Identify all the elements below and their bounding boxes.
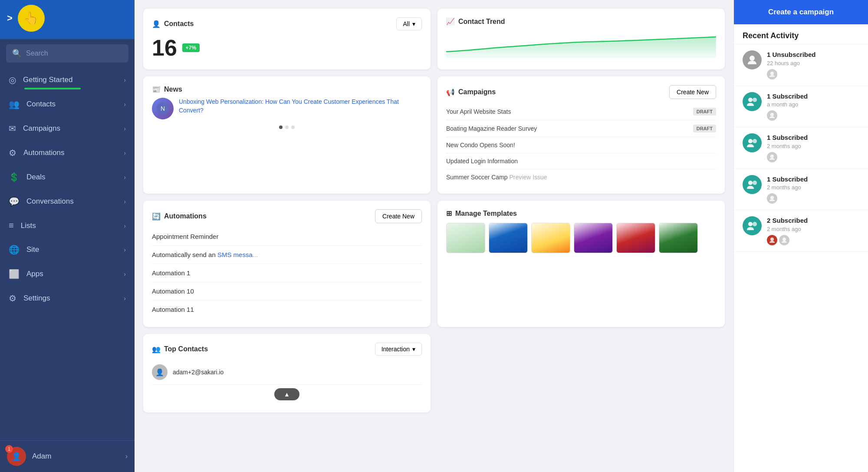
- campaigns-create-new-button[interactable]: Create New: [669, 85, 716, 99]
- sidebar-item-deals[interactable]: 💲 Deals ›: [0, 165, 135, 189]
- news-dots: [152, 125, 422, 129]
- sidebar-nav: ◎ Getting Started › 👥 Contacts › ✉ Campa…: [0, 68, 135, 440]
- template-thumb-1[interactable]: [446, 223, 485, 253]
- dropdown-arrow-icon: ▾: [412, 20, 415, 27]
- campaigns-card: 📢 Campaigns Create New Your April Websit…: [437, 76, 725, 194]
- activity-item-4: 1 Subscribed 2 months ago: [734, 169, 868, 211]
- mini-avatar: [767, 110, 777, 121]
- contacts-card-title: 👤 Contacts: [152, 20, 194, 28]
- search-bar[interactable]: 🔍: [6, 44, 128, 63]
- chevron-icon: ›: [124, 295, 126, 302]
- campaign-item-4[interactable]: Updated Login Information: [446, 153, 716, 169]
- news-card: 📰 News N Unboxing Web Personalization: H…: [143, 76, 431, 194]
- activity-title-3: 1 Subscribed: [767, 133, 859, 142]
- top-contacts-card-header: 👥 Top Contacts Interaction ▾: [152, 343, 422, 356]
- svg-point-13: [748, 222, 753, 226]
- template-thumb-6[interactable]: [659, 223, 698, 253]
- main-content: 👤 Contacts All ▾ 16 +7% 📈 Contact Trend: [135, 0, 733, 472]
- contact-item-1[interactable]: 👤 adam+2@sakari.io: [152, 360, 422, 385]
- top-contacts-card-title: 👥 Top Contacts: [152, 345, 208, 353]
- news-dot-3[interactable]: [291, 125, 295, 129]
- activity-users-3: [767, 152, 859, 162]
- sidebar-item-settings[interactable]: ⚙ Settings ›: [0, 286, 135, 310]
- sidebar-logo[interactable]: 👆: [18, 5, 45, 32]
- templates-title-icon: ⊞: [446, 209, 452, 218]
- contacts-filter-dropdown[interactable]: All ▾: [396, 17, 422, 30]
- contacts-card-header: 👤 Contacts All ▾: [152, 17, 422, 30]
- sidebar-item-label: Site: [26, 245, 117, 254]
- templates-card-title: ⊞ Manage Templates: [446, 209, 517, 218]
- trend-card: 📈 Contact Trend: [437, 9, 725, 69]
- sidebar-item-site[interactable]: 🌐 Site ›: [0, 238, 135, 262]
- automation-item-1[interactable]: Appointment Reminder: [152, 228, 422, 246]
- campaigns-card-title: 📢 Campaigns: [446, 88, 496, 96]
- create-campaign-button[interactable]: Create a campaign: [734, 0, 868, 24]
- contacts-title-icon: 👤: [152, 20, 161, 28]
- sidebar-item-label: Automations: [23, 149, 117, 157]
- template-thumb-3[interactable]: [531, 223, 570, 253]
- svg-point-16: [783, 238, 786, 241]
- chevron-icon: ›: [124, 246, 126, 253]
- activity-users-2: [767, 110, 859, 121]
- automations-create-new-button[interactable]: Create New: [375, 209, 422, 223]
- sidebar-footer[interactable]: 👤 1 Adam ›: [0, 440, 135, 472]
- activity-users-5: [767, 235, 859, 245]
- svg-point-2: [750, 56, 755, 61]
- activity-title-4: 1 Subscribed: [767, 175, 859, 184]
- apps-icon: ⬜: [9, 269, 20, 279]
- automations-card: 🔄 Automations Create New Appointment Rem…: [143, 201, 431, 327]
- campaign-item-2[interactable]: Boating Magazine Reader Survey DRAFT: [446, 120, 716, 137]
- contact-email: adam+2@sakari.io: [173, 369, 224, 376]
- sidebar-item-apps[interactable]: ⬜ Apps ›: [0, 262, 135, 286]
- chevron-icon: ›: [124, 271, 126, 277]
- news-article-link[interactable]: Unboxing Web Personalization: How Can Yo…: [179, 98, 422, 119]
- chevron-icon: ›: [124, 101, 126, 108]
- news-dot-1[interactable]: [279, 125, 283, 129]
- activity-content-2: 1 Subscribed a month ago: [767, 92, 859, 121]
- sidebar-item-label: Deals: [26, 173, 117, 182]
- right-panel: Create a campaign Recent Activity 1 Unsu…: [733, 0, 868, 472]
- activity-time-4: 2 months ago: [767, 184, 859, 191]
- notification-badge: 1: [5, 445, 13, 453]
- sidebar-item-campaigns[interactable]: ✉ Campaigns ›: [0, 116, 135, 141]
- trend-card-header: 📈 Contact Trend: [446, 17, 716, 26]
- automation-item-5[interactable]: Automation 11: [152, 300, 422, 318]
- campaign-label: Updated Login Information: [446, 158, 518, 165]
- dropdown-arrow-icon: ▾: [412, 346, 415, 353]
- automation-item-2[interactable]: Automatically send an SMS messa...: [152, 246, 422, 264]
- templates-card-header: ⊞ Manage Templates: [446, 209, 716, 218]
- sidebar-item-automations[interactable]: ⚙ Automations ›: [0, 141, 135, 165]
- sidebar-item-label: Contacts: [26, 100, 117, 109]
- activity-avatar-3: [743, 133, 762, 152]
- sidebar-collapse-btn[interactable]: >: [7, 13, 13, 24]
- sidebar-item-getting-started[interactable]: ◎ Getting Started ›: [0, 68, 135, 92]
- automation-item-4[interactable]: Automation 10: [152, 282, 422, 300]
- template-thumb-5[interactable]: [616, 223, 655, 253]
- activity-item-5: 2 Subscribed 2 months ago: [734, 210, 868, 252]
- mini-avatar: [767, 193, 777, 204]
- search-input[interactable]: [26, 50, 122, 57]
- settings-icon: ⚙: [9, 293, 16, 304]
- contacts-card: 👤 Contacts All ▾ 16 +7%: [143, 9, 431, 69]
- template-thumb-2[interactable]: [489, 223, 528, 253]
- news-article: N Unboxing Web Personalization: How Can …: [152, 98, 422, 119]
- campaign-item-3[interactable]: New Condo Opens Soon!: [446, 137, 716, 153]
- svg-point-15: [770, 238, 774, 241]
- progress-bar: [24, 88, 81, 89]
- news-dot-2[interactable]: [285, 125, 289, 129]
- template-thumb-4[interactable]: [574, 223, 613, 253]
- svg-point-8: [753, 139, 757, 143]
- svg-point-7: [748, 139, 753, 143]
- sidebar-item-contacts[interactable]: 👥 Contacts ›: [0, 92, 135, 116]
- activity-time-5: 2 months ago: [767, 226, 859, 232]
- sidebar-item-lists[interactable]: ≡ Lists ›: [0, 214, 135, 238]
- activity-avatar-1: [743, 50, 762, 69]
- collapse-button[interactable]: ▲: [274, 388, 299, 400]
- top-contacts-filter-dropdown[interactable]: Interaction ▾: [375, 343, 422, 356]
- recent-activity-title: Recent Activity: [734, 24, 868, 44]
- campaign-item-1[interactable]: Your April Website Stats DRAFT: [446, 103, 716, 120]
- campaign-item-5[interactable]: Summer Soccer Camp Preview Issue: [446, 169, 716, 185]
- sidebar-item-conversations[interactable]: 💬 Conversations ›: [0, 189, 135, 214]
- automation-item-3[interactable]: Automation 1: [152, 264, 422, 282]
- automations-card-title: 🔄 Automations: [152, 212, 207, 221]
